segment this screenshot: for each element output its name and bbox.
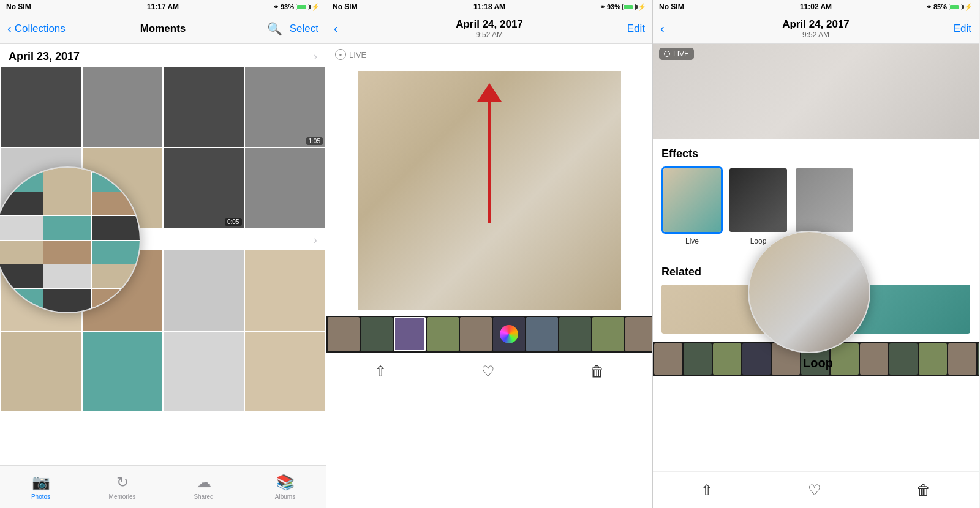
film-cell[interactable] — [559, 317, 591, 351]
photo-cell[interactable] — [245, 148, 325, 228]
bolt-icon-1: ⚡ — [311, 3, 320, 11]
action-bar-2: ⇧ ♡ 🗑 — [326, 353, 652, 389]
arrow-shaft — [488, 100, 491, 223]
nav-bar-1: ‹ Collections Moments 🔍 Select — [0, 13, 326, 44]
film-cell[interactable] — [328, 317, 360, 351]
p3-film-cell[interactable] — [978, 343, 979, 375]
photo-cell[interactable] — [245, 332, 325, 412]
tab-shared[interactable]: ☁ Shared — [163, 474, 244, 500]
p3-film-cell[interactable] — [831, 343, 859, 375]
bluetooth-icon-2: ⚭ — [600, 3, 605, 11]
edit-button-2[interactable]: Edit — [627, 23, 645, 35]
moments-title: Moments — [140, 23, 186, 35]
collections-back-label[interactable]: Collections — [15, 23, 66, 35]
shared-icon: ☁ — [197, 474, 211, 491]
mag-cell — [0, 241, 43, 264]
tab-albums[interactable]: 📚 Albums — [244, 474, 326, 500]
p3-film-cell[interactable] — [684, 343, 712, 375]
status-icons-1: ⚭ 93% ⚡ — [273, 3, 320, 11]
p3-film-cell-special[interactable] — [742, 343, 771, 375]
albums-icon: 📚 — [276, 474, 295, 491]
colorful-icon — [500, 325, 518, 343]
p3-film-cell[interactable] — [889, 343, 918, 375]
photo-cell[interactable]: 1:05 — [245, 67, 325, 147]
mag-cell — [43, 168, 91, 192]
battery-fill-3 — [950, 5, 959, 9]
select-button[interactable]: Select — [290, 23, 318, 35]
film-cell[interactable] — [361, 317, 393, 351]
section-arrow-1[interactable]: › — [314, 50, 317, 63]
search-icon-1[interactable]: 🔍 — [267, 21, 282, 36]
photo-cell[interactable] — [83, 332, 163, 412]
photo-cell[interactable] — [164, 332, 244, 412]
tab-bar-1: 📷 Photos ↻ Memories ☁ Shared 📚 Albums — [0, 465, 326, 508]
photo-cell[interactable] — [1, 332, 81, 412]
nav-left-1[interactable]: ‹ Collections — [7, 21, 66, 35]
nav-bar-2: ‹ April 24, 2017 9:52 AM Edit — [326, 13, 652, 44]
nav-right-group-1: 🔍 Select — [267, 21, 318, 36]
panel-effects: No SIM 11:02 AM ⚭ 85% ⚡ ‹ April 24, 2017… — [653, 0, 979, 508]
time-3: 11:02 AM — [800, 2, 832, 11]
effect-item-loop[interactable]: Loop — [728, 166, 789, 245]
photo-cell[interactable] — [83, 67, 163, 147]
section-header-1: April 23, 2017 › — [0, 44, 326, 67]
live-badge-p3: LIVE — [659, 48, 694, 60]
effect-thumb-bounce[interactable] — [794, 166, 855, 234]
effect-item-live[interactable]: Live — [662, 166, 723, 245]
photo-cell[interactable] — [164, 250, 244, 331]
top-photo-strip-inner — [653, 44, 979, 139]
tab-shared-label: Shared — [194, 493, 213, 500]
status-icons-3: ⚭ 85% ⚡ — [926, 3, 973, 11]
effect-thumb-loop[interactable] — [728, 166, 789, 234]
main-photo[interactable] — [358, 71, 621, 310]
mag-cell — [43, 216, 91, 240]
film-cell[interactable] — [427, 317, 459, 351]
p3-film-cell[interactable] — [948, 343, 976, 375]
film-cell[interactable] — [592, 317, 624, 351]
filmstrip-2 — [326, 316, 652, 353]
nav-back-2[interactable]: ‹ — [334, 21, 338, 35]
trash-icon-2[interactable]: 🗑 — [590, 363, 605, 380]
p3-film-cell[interactable] — [654, 343, 682, 375]
film-cell-selected[interactable] — [394, 317, 426, 351]
time-2: 11:18 AM — [473, 2, 505, 11]
nav-title-1: Moments — [140, 23, 186, 35]
memories-icon: ↻ — [116, 474, 129, 491]
edit-button-3[interactable]: Edit — [954, 23, 971, 35]
magnifier-1 — [0, 166, 141, 313]
p3-film-cell[interactable] — [713, 343, 741, 375]
film-cell-special[interactable] — [493, 317, 525, 351]
photo-cell[interactable] — [245, 250, 325, 331]
share-icon-3[interactable]: ⇧ — [701, 482, 713, 499]
photo-date-title-3: April 24, 2017 — [782, 18, 850, 31]
p3-film-cell[interactable] — [919, 343, 947, 375]
effect-thumb-live[interactable] — [662, 166, 723, 234]
photo-cell[interactable]: 0:05 — [164, 148, 244, 228]
photo-cell[interactable] — [1, 67, 81, 147]
heart-icon-3[interactable]: ♡ — [808, 482, 821, 499]
battery-fill-2 — [624, 5, 633, 9]
nav-back-3[interactable]: ‹ — [660, 21, 665, 35]
film-cell[interactable] — [526, 317, 558, 351]
photo-cell[interactable] — [164, 67, 244, 147]
p3-film-cell[interactable] — [860, 343, 888, 375]
arrow-head — [477, 83, 502, 102]
film-cell[interactable] — [625, 317, 652, 351]
main-photo-inner — [358, 71, 621, 310]
mag-cell — [43, 192, 91, 216]
bluetooth-icon-3: ⚭ — [926, 3, 932, 11]
trash-icon-3[interactable]: 🗑 — [916, 482, 931, 499]
heart-icon-2[interactable]: ♡ — [481, 363, 495, 380]
nav-title-2: April 24, 2017 9:52 AM — [456, 18, 523, 39]
panel-photo-viewer: No SIM 11:18 AM ⚭ 93% ⚡ ‹ April 24, 2017… — [326, 0, 653, 508]
sim-status-1: No SIM — [6, 2, 31, 11]
film-cell[interactable] — [460, 317, 492, 351]
live-label-2: LIVE — [349, 50, 366, 59]
section-arrow-2[interactable]: › — [314, 234, 317, 247]
photo-time-sub: 9:52 AM — [456, 31, 523, 39]
tab-memories[interactable]: ↻ Memories — [81, 474, 163, 500]
share-icon-2[interactable]: ⇧ — [374, 363, 386, 380]
live-circle-2: ● — [335, 49, 346, 60]
effect-label-live: Live — [685, 237, 699, 245]
tab-photos[interactable]: 📷 Photos — [0, 474, 81, 500]
